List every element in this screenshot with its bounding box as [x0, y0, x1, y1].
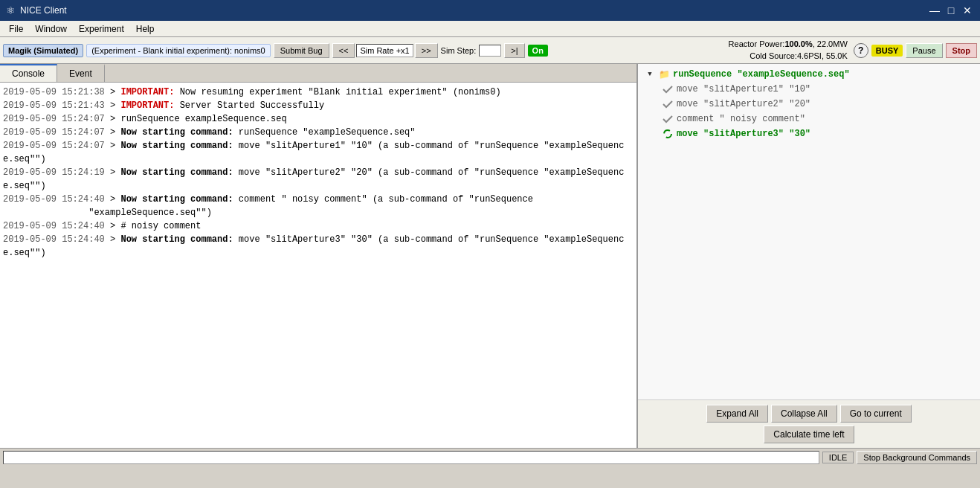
- stop-button[interactable]: Stop: [946, 43, 977, 58]
- log-line: 2019-05-09 15:21:43 > IMPORTANT: Server …: [3, 99, 634, 112]
- sim-step-label: Sim Step:: [441, 46, 477, 55]
- spinner-icon: [662, 128, 674, 140]
- log-now-starting: Now starting command:: [120, 127, 233, 138]
- expand-all-button[interactable]: Expand All: [706, 405, 768, 423]
- collapse-all-button[interactable]: Collapse All: [771, 405, 837, 423]
- tree-item-label: move "slitAperture2" "20": [677, 99, 810, 109]
- console-output[interactable]: 2019-05-09 15:21:38 > IMPORTANT: Now res…: [0, 83, 636, 448]
- calculate-time-button[interactable]: Calculate time left: [764, 426, 854, 443]
- menu-help[interactable]: Help: [130, 22, 161, 36]
- log-line: 2019-05-09 15:24:07 > Now starting comma…: [3, 126, 634, 139]
- log-timestamp: 2019-05-09 15:24:40: [3, 221, 105, 231]
- magik-badge: Magik (Simulated): [3, 44, 83, 57]
- check-icon: [662, 98, 674, 110]
- sim-forward-button[interactable]: >>: [415, 43, 438, 58]
- stop-background-button[interactable]: Stop Background Commands: [857, 451, 977, 464]
- action-row-2: Calculate time left: [642, 426, 976, 443]
- tree-item-label: move "slitAperture1" "10": [677, 84, 810, 94]
- sim-controls: << Sim Rate +x1 >>: [332, 43, 438, 58]
- log-now-starting: Now starting command:: [120, 234, 233, 245]
- action-row-1: Expand All Collapse All Go to current: [642, 405, 976, 423]
- main-content: Console Event 2019-05-09 15:21:38 > IMPO…: [0, 64, 980, 448]
- app-title: NICE Client: [20, 5, 67, 16]
- log-important: IMPORTANT:: [120, 100, 174, 111]
- on-indicator: On: [528, 45, 548, 57]
- log-line: 2019-05-09 15:21:38 > IMPORTANT: Now res…: [3, 86, 634, 99]
- menu-bar: File Window Experiment Help: [0, 21, 980, 37]
- sim-backward-button[interactable]: <<: [332, 43, 355, 58]
- tree-item-child1[interactable]: move "slitAperture1" "10": [638, 82, 980, 97]
- status-bar: IDLE Stop Background Commands: [0, 448, 980, 466]
- check-icon: [662, 113, 674, 125]
- tab-console[interactable]: Console: [0, 64, 57, 82]
- log-line: 2019-05-09 15:24:07 > runSequence exampl…: [3, 112, 634, 126]
- svg-point-0: [664, 130, 671, 138]
- folder-icon: 📁: [659, 69, 670, 80]
- cold-source: Cold Source:4.6PSI, 55.0K: [729, 51, 848, 62]
- log-now-starting: Now starting command:: [120, 167, 233, 178]
- log-line: 2019-05-09 15:24:40 > # noisy comment: [3, 219, 634, 233]
- left-panel: Console Event 2019-05-09 15:21:38 > IMPO…: [0, 64, 638, 448]
- log-timestamp: 2019-05-09 15:24:07: [3, 114, 105, 124]
- log-timestamp: 2019-05-09 15:24:07: [3, 127, 105, 138]
- tree-view: ▼📁runSequence "exampleSequence.seq"move …: [638, 64, 980, 399]
- idle-indicator: IDLE: [822, 452, 854, 463]
- status-input[interactable]: [3, 451, 819, 464]
- menu-window[interactable]: Window: [29, 22, 73, 36]
- tabs: Console Event: [0, 64, 636, 83]
- menu-experiment[interactable]: Experiment: [73, 22, 130, 36]
- check-icon: [662, 83, 674, 95]
- log-timestamp: 2019-05-09 15:24:19: [3, 167, 105, 178]
- log-important: IMPORTANT:: [120, 87, 174, 97]
- tree-item-label: move "slitAperture3" "30": [677, 129, 810, 139]
- title-bar: ⚛ NICE Client — □ ✕: [0, 0, 980, 21]
- log-timestamp: 2019-05-09 15:24:40: [3, 194, 105, 205]
- log-timestamp: 2019-05-09 15:21:43: [3, 100, 105, 111]
- log-line: 2019-05-09 15:24:40 > Now starting comma…: [3, 193, 634, 219]
- menu-file[interactable]: File: [3, 22, 29, 36]
- log-line: 2019-05-09 15:24:19 > Now starting comma…: [3, 166, 634, 193]
- experiment-badge: (Experiment - Blank initial experiment):…: [86, 44, 271, 57]
- help-button[interactable]: ?: [854, 43, 868, 58]
- tree-item-child3[interactable]: comment " noisy comment": [638, 112, 980, 126]
- expand-icon: ▼: [644, 68, 656, 80]
- minimize-button[interactable]: —: [928, 4, 941, 17]
- log-timestamp: 2019-05-09 15:24:40: [3, 234, 105, 245]
- pause-button[interactable]: Pause: [906, 43, 942, 58]
- tree-item-child2[interactable]: move "slitAperture2" "20": [638, 97, 980, 112]
- log-timestamp: 2019-05-09 15:21:38: [3, 87, 105, 97]
- maximize-button[interactable]: □: [944, 4, 958, 17]
- title-left: ⚛ NICE Client: [6, 4, 67, 16]
- busy-indicator: BUSY: [871, 45, 903, 57]
- log-now-starting: Now starting command:: [120, 194, 233, 205]
- sim-go-button[interactable]: >|: [504, 43, 524, 58]
- log-line: 2019-05-09 15:24:07 > Now starting comma…: [3, 139, 634, 166]
- sim-rate-display: Sim Rate +x1: [356, 44, 413, 57]
- reactor-power: Reactor Power:100.0%, 22.0MW: [729, 39, 848, 50]
- submit-bug-button[interactable]: Submit Bug: [274, 43, 329, 58]
- right-panel: ▼📁runSequence "exampleSequence.seq"move …: [638, 64, 980, 448]
- tree-item-root[interactable]: ▼📁runSequence "exampleSequence.seq": [638, 67, 980, 82]
- reactor-info: Reactor Power:100.0%, 22.0MW Cold Source…: [729, 39, 851, 62]
- tree-item-label: comment " noisy comment": [677, 114, 805, 124]
- tab-event[interactable]: Event: [57, 64, 105, 82]
- tree-item-label: runSequence "exampleSequence.seq": [673, 69, 850, 80]
- go-to-current-button[interactable]: Go to current: [840, 405, 912, 423]
- sim-step-input[interactable]: [479, 45, 501, 57]
- log-now-starting: Now starting command:: [120, 141, 233, 151]
- close-button[interactable]: ✕: [961, 4, 974, 17]
- tree-item-child4[interactable]: move "slitAperture3" "30": [638, 126, 980, 141]
- log-timestamp: 2019-05-09 15:24:07: [3, 141, 105, 151]
- action-buttons: Expand All Collapse All Go to current Ca…: [638, 399, 980, 448]
- title-controls: — □ ✕: [928, 4, 974, 17]
- toolbar: Magik (Simulated) (Experiment - Blank in…: [0, 37, 980, 64]
- log-line: 2019-05-09 15:24:40 > Now starting comma…: [3, 233, 634, 260]
- app-icon: ⚛: [6, 4, 16, 16]
